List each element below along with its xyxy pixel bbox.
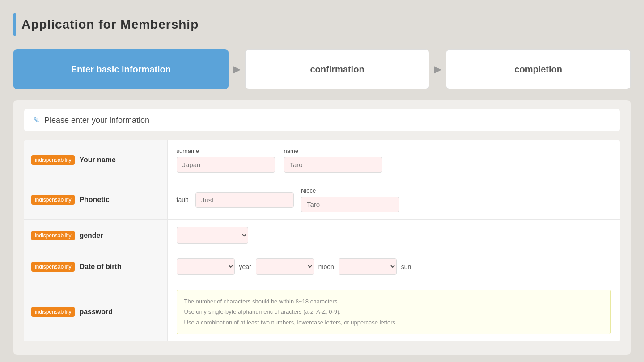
label-cell-password: indispensability password (24, 282, 167, 342)
input-cell-phonetic: fault Niece (167, 180, 620, 220)
phonetic-name-input[interactable] (301, 197, 399, 212)
surname-field-group: surname (177, 147, 275, 173)
sun-label: sun (401, 263, 411, 270)
label-text-gender: gender (79, 232, 103, 240)
step-confirmation: confirmation (245, 49, 430, 89)
input-cell-gender: Male Female Other (167, 220, 620, 251)
dob-year-select[interactable] (177, 258, 235, 275)
page-title: Application for Membership (21, 17, 199, 32)
form-card: ✎ Please enter your information indispen… (13, 100, 631, 355)
edit-icon: ✎ (33, 115, 40, 125)
password-hint-1: The number of characters should be withi… (184, 296, 604, 307)
input-cell-dob: year moon sun (167, 251, 620, 282)
badge-dob: indispensability (31, 262, 75, 272)
password-hint-box: The number of characters should be withi… (177, 290, 611, 334)
label-text-password: password (79, 308, 113, 316)
phonetic-surname-input[interactable] (195, 192, 294, 208)
name-field-group: name (284, 147, 382, 173)
name-input[interactable] (284, 157, 382, 173)
table-row-dob: indispensability Date of birth year moon (24, 251, 620, 282)
arrow-icon-1: ▶ (229, 63, 245, 75)
label-cell-name: indispensability Your name (24, 140, 167, 180)
form-section-header: ✎ Please enter your information (24, 109, 620, 131)
dob-day-select[interactable] (339, 258, 397, 275)
gender-select[interactable]: Male Female Other (177, 227, 248, 244)
label-cell-phonetic: indispensability Phonetic (24, 180, 167, 220)
moon-label: moon (318, 263, 334, 270)
password-hint-3: Use a combination of at least two number… (184, 317, 604, 328)
year-label: year (239, 263, 251, 270)
header-accent-bar (13, 13, 16, 36)
steps-container: Enter basic information ▶ confirmation ▶… (13, 49, 631, 89)
step-enter-info: Enter basic information (13, 49, 229, 89)
form-table: indispensability Your name surname name (24, 140, 620, 341)
table-row-name: indispensability Your name surname name (24, 140, 620, 180)
label-cell-gender: indispensability gender (24, 220, 167, 251)
surname-input[interactable] (177, 157, 275, 173)
badge-gender: indispensability (31, 231, 75, 240)
fault-label: fault (177, 196, 188, 203)
label-text-name: Your name (79, 156, 116, 164)
arrow-icon-2: ▶ (429, 63, 446, 75)
surname-label: surname (177, 147, 275, 154)
badge-password: indispensability (31, 307, 75, 317)
input-cell-name: surname name (167, 140, 620, 180)
label-cell-dob: indispensability Date of birth (24, 251, 167, 282)
dob-month-select[interactable] (256, 258, 314, 275)
phonetic-right-group: Niece (301, 187, 399, 212)
table-row-phonetic: indispensability Phonetic fault Niece (24, 180, 620, 220)
table-row-password: indispensability password The number of … (24, 282, 620, 342)
page-wrapper: Application for Membership Enter basic i… (13, 9, 631, 355)
step-completion: completion (446, 49, 631, 89)
niece-label: Niece (301, 187, 399, 194)
badge-name: indispensability (31, 155, 75, 165)
label-text-dob: Date of birth (79, 263, 121, 271)
label-text-phonetic: Phonetic (79, 196, 110, 204)
password-hint-2: Use only single-byte alphanumeric charac… (184, 307, 604, 317)
page-header: Application for Membership (13, 9, 631, 40)
badge-phonetic: indispensability (31, 195, 75, 205)
form-section-title: Please enter your information (44, 116, 149, 125)
input-cell-password: The number of characters should be withi… (167, 282, 620, 342)
table-row-gender: indispensability gender Male Female Othe… (24, 220, 620, 251)
name-label: name (284, 147, 382, 154)
